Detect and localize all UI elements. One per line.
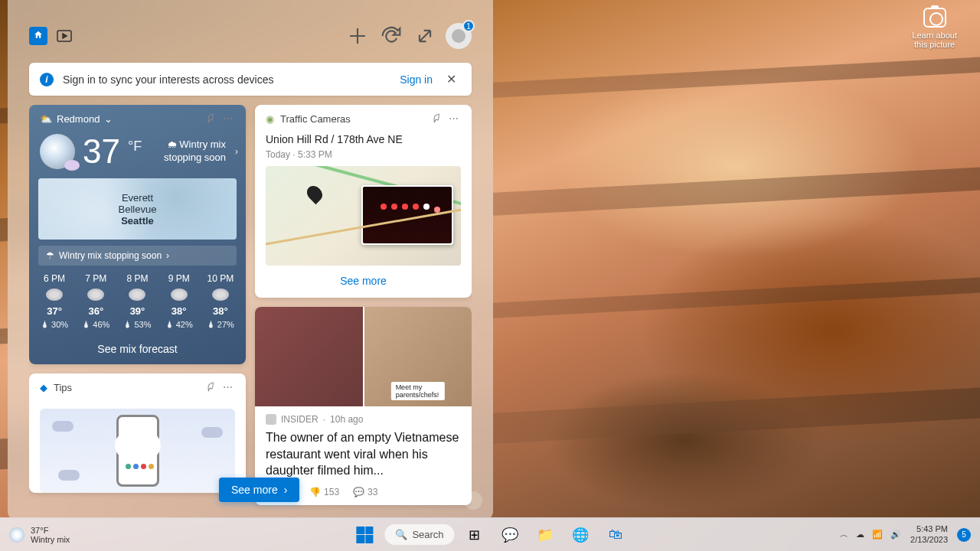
traffic-header: Traffic Cameras xyxy=(280,113,351,125)
taskbar-search[interactable]: 🔍 Search xyxy=(384,524,454,545)
weather-condition-icon xyxy=(40,134,75,169)
traffic-widget[interactable]: ◉ Traffic Cameras ⋯ Union Hill Rd / 178t… xyxy=(255,105,472,298)
learn-label-2: this picture xyxy=(912,40,957,49)
chevron-up-icon[interactable]: ︿ xyxy=(840,529,848,540)
taskbar-weather-cond: Wintry mix xyxy=(31,535,70,544)
news-source: INSIDER xyxy=(281,414,318,425)
signin-link[interactable]: Sign in xyxy=(400,73,433,86)
dislike-button[interactable]: 👎153 xyxy=(309,487,339,497)
more-icon[interactable]: ⋯ xyxy=(449,112,461,125)
chat-button[interactable]: 💬 xyxy=(495,521,525,549)
tips-widget[interactable]: ◆ Tips ⋯ xyxy=(29,373,246,493)
chevron-right-icon: › xyxy=(284,484,288,496)
edge-button[interactable]: 🌐 xyxy=(565,521,596,549)
learn-about-picture-button[interactable]: Learn about this picture xyxy=(912,8,957,49)
weather-location-selector[interactable]: ⛅ Redmond ⌄ xyxy=(40,113,113,125)
comment-icon: 💬 xyxy=(353,487,364,497)
more-icon[interactable]: ⋯ xyxy=(223,112,235,125)
tips-header: Tips xyxy=(54,382,72,393)
close-icon[interactable]: ✕ xyxy=(442,72,461,86)
pin-icon[interactable] xyxy=(430,112,443,125)
traffic-map[interactable] xyxy=(266,166,461,266)
weather-widget[interactable]: ⛅ Redmond ⌄ ⋯ 37 °F 🌧 Wintry mix stop xyxy=(29,105,246,364)
news-headline[interactable]: The owner of an empty Vietnamese restaur… xyxy=(266,429,461,479)
search-icon: 🔍 xyxy=(395,529,407,540)
weather-unit: °F xyxy=(128,139,142,155)
weather-alert-banner[interactable]: ☂ Wintry mix stopping soon › xyxy=(38,246,237,266)
see-more-button[interactable]: See more › xyxy=(219,478,299,502)
hourly-item[interactable]: 9 PM38°🌢 42% xyxy=(165,273,193,329)
file-explorer-button[interactable]: 📁 xyxy=(530,521,560,549)
news-images: Meet my parents/chefs! xyxy=(255,307,472,406)
hourly-forecast: 6 PM37°🌢 30% 7 PM36°🌢 46% 8 PM39°🌢 53% 9… xyxy=(29,266,246,334)
widgets-panel: 1 i Sign in to sync your interests acros… xyxy=(8,0,493,520)
signin-banner: i Sign in to sync your interests across … xyxy=(29,63,472,96)
tips-icon: ◆ xyxy=(40,382,47,393)
info-icon: i xyxy=(40,73,54,86)
tips-illustration xyxy=(40,409,235,493)
news-age: 10h ago xyxy=(330,414,363,425)
weather-summary[interactable]: 🌧 Wintry mix stopping soon › xyxy=(164,139,235,165)
hourly-item[interactable]: 8 PM39°🌢 53% xyxy=(123,273,151,329)
notification-badge[interactable]: 5 xyxy=(957,528,971,542)
weather-map[interactable]: Everett Bellevue Seattle xyxy=(38,178,237,240)
hourly-item[interactable]: 6 PM37°🌢 30% xyxy=(41,273,68,329)
traffic-see-more[interactable]: See more xyxy=(266,266,461,287)
weather-location: Redmond xyxy=(57,113,100,125)
expand-button[interactable] xyxy=(412,23,438,49)
hourly-item[interactable]: 7 PM36°🌢 46% xyxy=(82,273,109,329)
start-button[interactable] xyxy=(349,521,380,549)
weather-sun-icon: ⛅ xyxy=(40,113,52,125)
news-image-caption: Meet my parents/chefs! xyxy=(391,382,445,400)
traffic-camera-thumbnail[interactable] xyxy=(361,185,453,245)
thumbs-down-icon: 👎 xyxy=(309,487,321,497)
umbrella-icon: ☂ xyxy=(46,250,54,261)
store-button[interactable]: 🛍 xyxy=(600,521,631,549)
task-view-button[interactable]: ⊞ xyxy=(459,521,490,549)
news-source-row: INSIDER · 10h ago xyxy=(266,414,461,425)
news-card[interactable]: Meet my parents/chefs! INSIDER · 10h ago… xyxy=(255,307,472,505)
signin-text: Sign in to sync your interests across de… xyxy=(63,73,390,86)
camera-icon xyxy=(923,8,946,28)
traffic-timestamp: Today · 5:33 PM xyxy=(266,149,461,160)
avatar-badge: 1 xyxy=(462,20,475,32)
traffic-camera-icon: ◉ xyxy=(266,113,274,125)
refresh-button[interactable] xyxy=(378,23,404,49)
chevron-right-icon: › xyxy=(166,250,169,261)
user-avatar[interactable]: 1 xyxy=(446,23,472,49)
widgets-header: 1 xyxy=(29,23,472,49)
comment-button[interactable]: 💬33 xyxy=(353,487,377,497)
pin-icon[interactable] xyxy=(204,112,217,125)
system-tray[interactable]: ︿ ☁ 📶 🔊 xyxy=(840,529,901,540)
more-icon[interactable]: ⋯ xyxy=(223,381,235,393)
pin-icon[interactable] xyxy=(204,381,217,393)
weather-see-forecast[interactable]: See mix forecast xyxy=(29,334,246,364)
traffic-location: Union Hill Rd / 178th Ave NE xyxy=(266,132,461,146)
onedrive-icon[interactable]: ☁ xyxy=(856,530,864,540)
volume-icon[interactable]: 🔊 xyxy=(890,530,901,540)
taskbar-clock[interactable]: 5:43 PM 2/13/2023 xyxy=(910,524,948,544)
news-source-icon xyxy=(266,414,276,425)
hourly-item[interactable]: 10 PM38°🌢 27% xyxy=(207,273,234,329)
taskbar-weather[interactable]: 37°F Wintry mix xyxy=(9,526,70,544)
wifi-icon[interactable]: 📶 xyxy=(872,530,883,540)
map-marker-icon xyxy=(304,183,325,204)
video-icon[interactable] xyxy=(55,27,74,45)
chevron-down-icon: ⌄ xyxy=(104,113,113,125)
taskbar-weather-temp: 37°F xyxy=(31,526,70,535)
learn-label-1: Learn about xyxy=(912,31,957,40)
weather-temp: 37 xyxy=(83,132,120,171)
add-widget-button[interactable] xyxy=(345,23,371,49)
home-icon[interactable] xyxy=(29,27,47,45)
chevron-right-icon: › xyxy=(235,145,238,158)
weather-icon xyxy=(9,527,24,543)
taskbar: 37°F Wintry mix 🔍 Search ⊞ 💬 📁 🌐 🛍 ︿ ☁ 📶… xyxy=(0,517,980,551)
